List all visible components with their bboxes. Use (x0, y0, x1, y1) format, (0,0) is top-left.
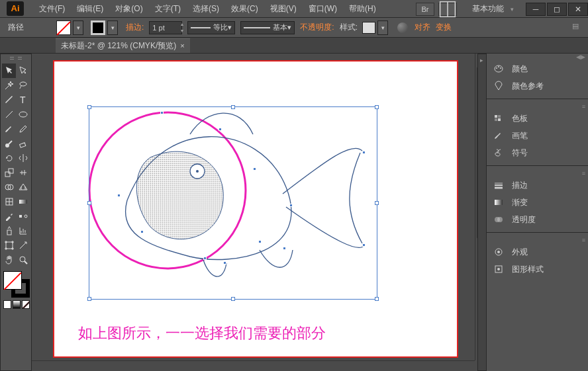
slice-tool[interactable] (16, 238, 30, 253)
reflect-tool[interactable] (16, 151, 30, 165)
svg-point-37 (497, 217, 503, 222)
minimize-button[interactable]: ─ (526, 3, 546, 16)
lasso-tool[interactable] (16, 78, 30, 93)
none-mode-btn[interactable] (22, 300, 30, 309)
document-tab[interactable]: 未标题-2* @ 121% (CMYK/预览) × (56, 38, 190, 53)
scrollbar-horizontal[interactable] (32, 360, 475, 371)
toolbox: T (0, 54, 32, 371)
canvas[interactable]: 如上图所示，一一选择我们需要的部分 (32, 54, 486, 371)
blob-brush-tool[interactable] (2, 136, 16, 151)
gradient-tool[interactable] (16, 194, 30, 209)
menu-file[interactable]: 文件(F) (33, 3, 71, 15)
stroke-weight-input[interactable] (149, 21, 182, 34)
brush-tool[interactable] (2, 122, 16, 136)
recolor-icon[interactable] (397, 22, 408, 33)
menu-effect[interactable]: 效果(C) (225, 3, 264, 15)
blend-tool[interactable] (16, 209, 30, 224)
svg-line-19 (24, 261, 27, 264)
panel-menu-icon[interactable]: ▤ (572, 22, 579, 30)
svg-rect-14 (19, 215, 22, 218)
options-bar: 路径 ▾ ▾ 描边: ▴▾ 等比 ▾ 基本 ▾ 不透明度: 样式: ▾ 对齐 变… (0, 18, 588, 38)
menu-select[interactable]: 选择(S) (187, 3, 225, 15)
stroke-profile-2[interactable]: 基本 ▾ (240, 21, 295, 34)
svg-text:T: T (20, 95, 26, 105)
width-tool[interactable] (16, 165, 30, 180)
zoom-tool[interactable] (16, 253, 30, 267)
panel-color-guide[interactable]: 颜色参考 (487, 77, 588, 95)
svg-rect-31 (498, 118, 501, 121)
panel-graphic-styles[interactable]: 图形样式 (487, 261, 588, 278)
artboard-tool[interactable] (2, 238, 16, 253)
hand-tool[interactable] (2, 253, 16, 267)
pencil-tool[interactable] (16, 122, 30, 136)
direct-selection-tool[interactable] (16, 63, 30, 78)
stroke-label[interactable]: 描边: (126, 22, 144, 33)
eraser-tool[interactable] (16, 136, 30, 151)
style-swatch[interactable] (362, 22, 375, 34)
menu-object[interactable]: 对象(O) (109, 3, 148, 15)
scale-tool[interactable] (2, 165, 16, 180)
panel-swatches[interactable]: 色板 (487, 110, 588, 127)
bridge-icon[interactable]: Br (416, 3, 434, 16)
stroke-dropdown[interactable]: ▾ (107, 21, 118, 35)
type-tool[interactable]: T (16, 93, 30, 107)
align-label[interactable]: 对齐 (415, 22, 430, 33)
menu-type[interactable]: 文字(T) (149, 3, 187, 15)
panel-symbols[interactable]: 符号 (487, 144, 588, 161)
arrange-icon[interactable] (438, 3, 457, 16)
panel-appearance[interactable]: 外观 (487, 243, 588, 261)
panel-transparency[interactable]: 透明度 (487, 211, 588, 228)
fill-swatch[interactable] (56, 21, 71, 35)
panel-brushes[interactable]: 画笔 (487, 127, 588, 144)
fill-stroke-indicator[interactable] (2, 270, 31, 299)
line-tool[interactable] (2, 107, 16, 122)
caption-text: 如上图所示，一一选择我们需要的部分 (78, 323, 326, 343)
gradient-mode-btn[interactable] (13, 300, 21, 309)
ellipse-tool[interactable] (16, 107, 30, 122)
magic-wand-tool[interactable] (2, 78, 16, 93)
shape-builder-tool[interactable] (2, 180, 16, 194)
titlebar: Ai 文件(F) 编辑(E) 对象(O) 文字(T) 选择(S) 效果(C) 视… (0, 0, 588, 18)
mesh-tool[interactable] (2, 194, 16, 209)
eyedropper-tool[interactable] (2, 209, 16, 224)
symbol-sprayer-tool[interactable] (2, 224, 16, 238)
transform-label[interactable]: 变换 (436, 22, 452, 33)
svg-line-4 (6, 111, 13, 118)
opacity-label[interactable]: 不透明度: (300, 22, 334, 33)
close-tab-icon[interactable]: × (180, 42, 184, 50)
rotate-tool[interactable] (2, 151, 16, 165)
dock-collapse-bar[interactable] (477, 54, 487, 371)
right-panel-dock: ◀▶ 颜色 颜色参考 ≡ 色板 画笔 符号 ≡ 描边 渐变 透明度 ≡ 外观 图… (486, 54, 588, 371)
menu-help[interactable]: 帮助(H) (343, 3, 382, 15)
fill-box[interactable] (3, 271, 22, 290)
menu-view[interactable]: 视图(V) (264, 3, 303, 15)
svg-rect-13 (19, 200, 27, 204)
color-mode-btn[interactable] (3, 300, 11, 309)
panel-gradient[interactable]: 渐变 (487, 194, 588, 211)
close-button[interactable]: ✕ (568, 3, 588, 16)
perspective-tool[interactable] (16, 180, 30, 194)
pen-tool[interactable] (2, 93, 16, 107)
svg-point-15 (24, 215, 27, 218)
svg-point-26 (498, 66, 499, 67)
workspace-label[interactable]: 基本功能 (472, 3, 504, 15)
svg-rect-29 (498, 115, 501, 118)
selection-bounds[interactable] (89, 106, 377, 300)
style-dropdown[interactable]: ▾ (377, 21, 388, 35)
panel-stroke[interactable]: 描边 (487, 177, 588, 194)
selection-tool[interactable] (2, 63, 16, 78)
menu-window[interactable]: 窗口(W) (303, 3, 343, 15)
chevron-down-icon[interactable]: ▾ (511, 6, 514, 13)
graph-tool[interactable] (16, 224, 30, 238)
svg-rect-28 (495, 115, 497, 118)
stroke-swatch[interactable] (91, 21, 105, 35)
menu-edit[interactable]: 编辑(E) (71, 3, 109, 15)
artboard[interactable]: 如上图所示，一一选择我们需要的部分 (53, 60, 458, 358)
svg-rect-17 (6, 242, 13, 249)
svg-point-18 (20, 257, 25, 262)
panel-color[interactable]: 颜色 (487, 60, 588, 77)
stroke-profile-1[interactable]: 等比 ▾ (187, 21, 235, 34)
fill-dropdown[interactable]: ▾ (73, 21, 83, 35)
svg-rect-30 (495, 118, 497, 121)
maximize-button[interactable]: ◻ (547, 3, 567, 16)
